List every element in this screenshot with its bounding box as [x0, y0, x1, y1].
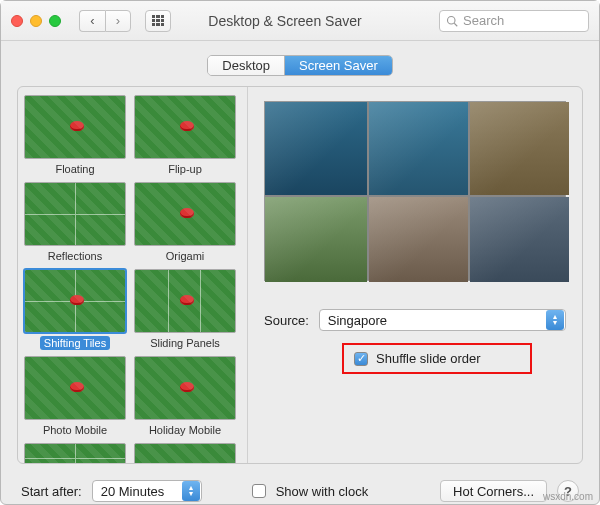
- screensaver-grid: Floating Flip-up Reflections Origami Shi…: [24, 95, 241, 463]
- saver-label: Shifting Tiles: [40, 336, 110, 350]
- tab-bar: Desktop Screen Saver: [1, 41, 599, 86]
- tab-segment: Desktop Screen Saver: [207, 55, 392, 76]
- source-value: Singapore: [328, 313, 387, 328]
- search-input[interactable]: Search: [439, 10, 589, 32]
- nav-buttons: ‹ ›: [79, 10, 131, 32]
- preview-tile: [470, 197, 569, 282]
- saver-holiday-mobile[interactable]: Holiday Mobile: [134, 356, 236, 437]
- saver-flip-up[interactable]: Flip-up: [134, 95, 236, 176]
- prefs-window: ‹ › Desktop & Screen Saver Search Deskto…: [0, 0, 600, 505]
- back-button[interactable]: ‹: [79, 10, 105, 32]
- saver-label: Floating: [51, 162, 98, 176]
- saver-thumb: [134, 182, 236, 246]
- saver-label: Flip-up: [164, 162, 206, 176]
- saver-extra[interactable]: [24, 443, 126, 463]
- saver-thumb: [24, 182, 126, 246]
- saver-extra[interactable]: [134, 443, 236, 463]
- preview-tile: [265, 197, 367, 282]
- bottom-bar: Start after: 20 Minutes ✓ Show with cloc…: [1, 474, 599, 502]
- preview-tile: [369, 102, 468, 195]
- search-icon: [446, 15, 458, 27]
- saver-thumb: [134, 443, 236, 463]
- hot-corners-button[interactable]: Hot Corners...: [440, 480, 547, 502]
- saver-label: Origami: [162, 249, 209, 263]
- right-pane: Source: Singapore ✓ Shuffle slide order: [248, 87, 582, 463]
- saver-origami[interactable]: Origami: [134, 182, 236, 263]
- shuffle-checkbox[interactable]: ✓: [354, 352, 368, 366]
- window-controls: [11, 15, 61, 27]
- saver-floating[interactable]: Floating: [24, 95, 126, 176]
- saver-thumb: [134, 95, 236, 159]
- forward-button[interactable]: ›: [105, 10, 131, 32]
- source-select[interactable]: Singapore: [319, 309, 566, 331]
- saver-shifting-tiles[interactable]: Shifting Tiles: [24, 269, 126, 350]
- saver-thumb: [24, 95, 126, 159]
- start-after-label: Start after:: [21, 484, 82, 499]
- shuffle-label: Shuffle slide order: [376, 351, 481, 366]
- saver-label: Sliding Panels: [146, 336, 224, 350]
- source-row: Source: Singapore: [264, 309, 566, 331]
- svg-line-1: [454, 23, 457, 26]
- start-after-select[interactable]: 20 Minutes: [92, 480, 202, 502]
- saver-thumb: [134, 269, 236, 333]
- tab-screen-saver[interactable]: Screen Saver: [284, 56, 392, 75]
- watermark: wsxdn.com: [543, 491, 593, 502]
- show-with-clock-label: Show with clock: [276, 484, 368, 499]
- shuffle-row: ✓ Shuffle slide order: [342, 343, 532, 374]
- saver-thumb: [24, 356, 126, 420]
- screensaver-list[interactable]: Floating Flip-up Reflections Origami Shi…: [18, 87, 248, 463]
- screensaver-preview: [264, 101, 566, 281]
- saver-thumb: [24, 269, 126, 333]
- start-after-value: 20 Minutes: [101, 484, 165, 499]
- minimize-icon[interactable]: [30, 15, 42, 27]
- zoom-icon[interactable]: [49, 15, 61, 27]
- window-title: Desktop & Screen Saver: [139, 13, 431, 29]
- saver-label: Holiday Mobile: [145, 423, 225, 437]
- preview-tile: [369, 197, 468, 282]
- saver-reflections[interactable]: Reflections: [24, 182, 126, 263]
- saver-label: Reflections: [44, 249, 106, 263]
- svg-point-0: [448, 16, 456, 24]
- preview-tile: [265, 102, 367, 195]
- saver-thumb: [24, 443, 126, 463]
- chevron-updown-icon: [546, 310, 564, 330]
- saver-thumb: [134, 356, 236, 420]
- search-placeholder: Search: [463, 13, 504, 28]
- saver-label: Photo Mobile: [39, 423, 111, 437]
- saver-sliding-panels[interactable]: Sliding Panels: [134, 269, 236, 350]
- close-icon[interactable]: [11, 15, 23, 27]
- show-with-clock-checkbox[interactable]: ✓: [252, 484, 266, 498]
- tab-desktop[interactable]: Desktop: [208, 56, 284, 75]
- titlebar: ‹ › Desktop & Screen Saver Search: [1, 1, 599, 41]
- source-label: Source:: [264, 313, 309, 328]
- saver-photo-mobile[interactable]: Photo Mobile: [24, 356, 126, 437]
- chevron-updown-icon: [182, 481, 200, 501]
- preview-tile: [470, 102, 569, 195]
- main-panel: Floating Flip-up Reflections Origami Shi…: [17, 86, 583, 464]
